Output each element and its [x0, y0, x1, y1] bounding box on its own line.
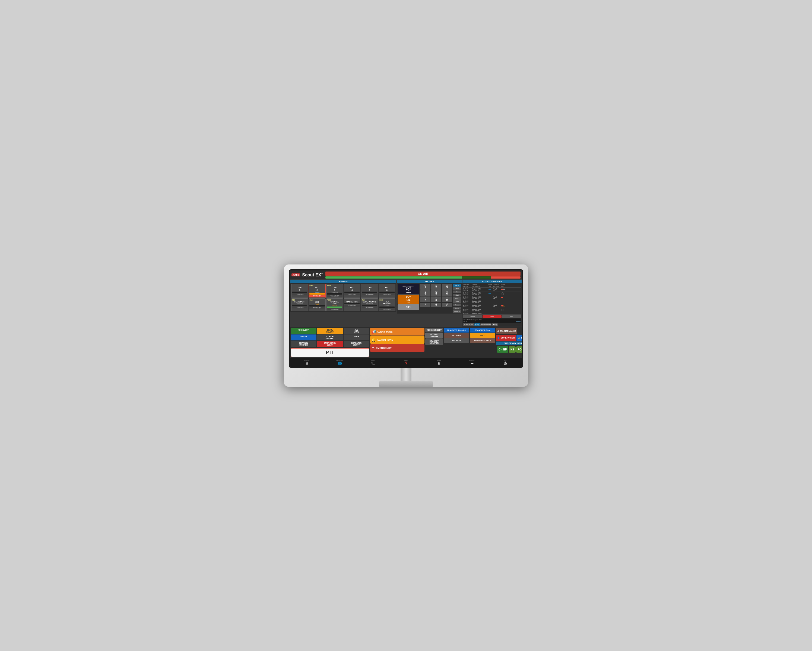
monitor: AVTEC Scout EX™ ON AIR [284, 264, 528, 387]
emerg-btn[interactable]: Emerg [482, 315, 502, 318]
ext-911[interactable]: 911 [398, 304, 419, 310]
recall-btn[interactable]: Recall [453, 284, 461, 287]
radio-row-2: T10 TRANSPORT Unselect TRANSMIT C110 CID [291, 298, 395, 311]
radio-talk-around[interactable]: C110 TALKAROUND Unselect TRANSMIT [379, 298, 395, 311]
monitor-btn[interactable]: Monitor [453, 297, 461, 300]
key-7[interactable]: stu7 [420, 296, 430, 302]
play-btn[interactable]: ▶ Play [475, 323, 480, 326]
do-not-disturb-btn[interactable]: DO NOT DISTURB [425, 332, 443, 338]
supervisor-label: SUPERVISOR [501, 337, 515, 339]
revive-btn[interactable]: Revive [453, 300, 461, 303]
radio-narcotics[interactable]: NARCOTICS TRANSMIT [343, 298, 360, 311]
ptt-button[interactable]: PTT [291, 348, 369, 357]
keypad-row-3: stu7 vwx8 wyz9 [420, 296, 452, 302]
key-0[interactable]: 0 [431, 303, 441, 307]
activity-row-2: 14:20:4300:18 ▶ Endpoint 1001555 555-121… [463, 292, 521, 296]
key-8[interactable]: vwx8 [431, 296, 441, 302]
all-mute-btn[interactable]: ALLMUTE [343, 328, 369, 334]
radio-tac1[interactable]: TAC1 TRANSMIT [291, 284, 308, 298]
back-btn[interactable]: <Back [453, 294, 461, 296]
taskbar-help[interactable]: HELP ❓ [390, 358, 423, 366]
key-4[interactable]: jkl4 [420, 290, 430, 296]
stop-btn[interactable]: ⏹ Stop [492, 323, 498, 326]
ext1-label: EXT101 [399, 287, 418, 293]
commit-btn[interactable]: Commit [453, 303, 461, 306]
radio-tac6[interactable]: TAC6 TRANSMIT [379, 284, 395, 298]
k9-btn[interactable]: K9 [509, 346, 516, 353]
key-5[interactable]: mno5 [431, 290, 441, 296]
service-btns-row: 🖨 MAINTENANCE [496, 328, 522, 334]
supervisor-btn[interactable]: 👤 SUPERVISOR [496, 335, 516, 341]
emergency-clear-btn[interactable]: EMERGENCYCLEAR [317, 341, 343, 347]
transfer-blind-btn[interactable]: TRANSFER Blind [470, 328, 495, 332]
radio-tac2[interactable]: B205 TAC2 Select TRANSMIT [308, 284, 325, 298]
patch-btn[interactable]: PATCH [291, 334, 316, 340]
ext2-box[interactable]: EXT102 Hold [398, 295, 419, 304]
simul-select-btn[interactable]: SIMULSELECT [317, 328, 343, 334]
unselect-btn[interactable]: UNSELECT [291, 328, 316, 334]
megaphone-icon: 📢 [371, 329, 376, 334]
transfer-attended-btn[interactable]: TRANSFER Attended [444, 328, 469, 332]
forensics-btn[interactable]: FORENSICS [516, 346, 522, 353]
taskbar-paging[interactable]: PAGING 🖥 [290, 358, 323, 366]
taskbar-browser[interactable]: BROWSER 🌐 [324, 358, 356, 366]
repeater-btn[interactable]: REPEATERON/OFF [343, 341, 369, 347]
key-9[interactable]: wyz9 [442, 296, 452, 302]
key-hash[interactable]: # [442, 303, 452, 307]
ph-row-1: TRANSFER Attended TRANSFER Blind [444, 328, 495, 332]
channel-marker-btn[interactable]: CHANNELMARKER [291, 341, 316, 347]
forward-calls-btn[interactable]: FORWARD CALLS [470, 338, 495, 343]
keypad-row-2: jkl4 mno5 pqr6 [420, 290, 452, 296]
radio-tac3[interactable]: A105 TAC3 Unselect TRANSMIT [326, 284, 343, 298]
alert-ph-btn[interactable]: Alert [453, 291, 461, 293]
activity-row-4: 14:20:4300:18 ▶ Endpoint 1005555 555-121… [463, 300, 521, 304]
ext-911-label: 911 [399, 305, 418, 309]
next-for-line-btn[interactable]: Next for Line ⏭ [480, 323, 491, 326]
maintenance-btn[interactable]: 🖨 MAINTENANCE [496, 328, 517, 334]
key-star[interactable]: * [420, 303, 430, 307]
desk-sgt-btn[interactable]: 🔱 DESK SGT [516, 335, 522, 341]
mic-mute-btn[interactable]: MIC MUTE [444, 333, 469, 338]
badge-icon: 🔱 [517, 337, 520, 339]
on-air-label: ON AIR [325, 271, 520, 276]
radio-supervisors[interactable]: T10 SUPERVISORS Unselect TRANSMIT [361, 298, 378, 311]
ph-row-2: MIC MUTE HOLD [444, 333, 495, 338]
hold-btn[interactable]: HOLD [470, 333, 495, 338]
endpoint-btn[interactable]: Endpoint [463, 315, 482, 318]
taskbar-mrm[interactable]: MRM 📞 [357, 358, 389, 366]
headset-monitor-btn[interactable]: HEADSET MONITOR [425, 339, 443, 345]
volume-reset-btn[interactable]: VOLUME RESET [425, 328, 443, 332]
stop-scroll-btn[interactable]: Stop [502, 315, 521, 318]
phones-header: PHONES [397, 280, 462, 283]
alarm-tone-btn[interactable]: 🔔 ALARM TONE [370, 336, 424, 344]
check-btn[interactable]: Check [453, 287, 461, 290]
contacts-btn[interactable]: Contacts [453, 310, 461, 313]
radio-tac4[interactable]: TAC4 TRANSMIT [343, 284, 360, 298]
key-1[interactable]: abc1 [420, 284, 430, 290]
emergency-btn[interactable]: ⚠ EMERGENCY [370, 344, 424, 352]
ext1-display: 803-555-4872 EXT101 [398, 284, 419, 294]
radio-cid[interactable]: C110 CID Patch TRANSMIT [308, 298, 325, 311]
alert-tone-btn[interactable]: 📢 ALERT TONE [370, 328, 424, 335]
radio-row-1: TAC1 TRANSMIT B205 TAC2 Select TRANSMI [291, 284, 395, 298]
taskbar-exit[interactable]: EXIT ⏻ [489, 358, 522, 366]
activity-section: ACTIVITY HISTORY Start TimeDur/Play Endp… [462, 280, 522, 326]
radio-tac5[interactable]: TAC5 TRANSMIT [361, 284, 378, 298]
group-btn[interactable]: Group [453, 307, 461, 309]
keypad-row-1: abc1 def2 ghi3 [420, 284, 452, 290]
taskbar-logout[interactable]: LOG OUT ➡ [456, 358, 488, 366]
phones-section: PHONES 803-555-4872 EXT101 EXT102 [397, 280, 462, 326]
taskbar-mode[interactable]: MODE 🖥 [423, 358, 455, 366]
key-6[interactable]: pqr6 [442, 290, 452, 296]
radio-transport[interactable]: T10 TRANSPORT Unselect TRANSMIT [291, 298, 308, 311]
key-3[interactable]: ghi3 [442, 284, 452, 290]
browser-icon: 🌐 [338, 361, 342, 365]
radio-special-ops[interactable]: FD87 SPECIALOPS Patch TRANSMIT [326, 298, 343, 311]
clear-encrypt-btn[interactable]: CLEAR/ENCRYPT [317, 334, 343, 340]
release-btn[interactable]: RELEASE [444, 338, 469, 343]
key-2[interactable]: def2 [431, 284, 441, 290]
mute-btn[interactable]: MUTE [343, 334, 369, 340]
radios-section: RADIOS TAC1 TRANSMIT [290, 280, 396, 326]
chief-btn[interactable]: CHIEF [497, 346, 508, 353]
prev-for-line-btn[interactable]: ⏮ Prev for Line [463, 323, 474, 326]
